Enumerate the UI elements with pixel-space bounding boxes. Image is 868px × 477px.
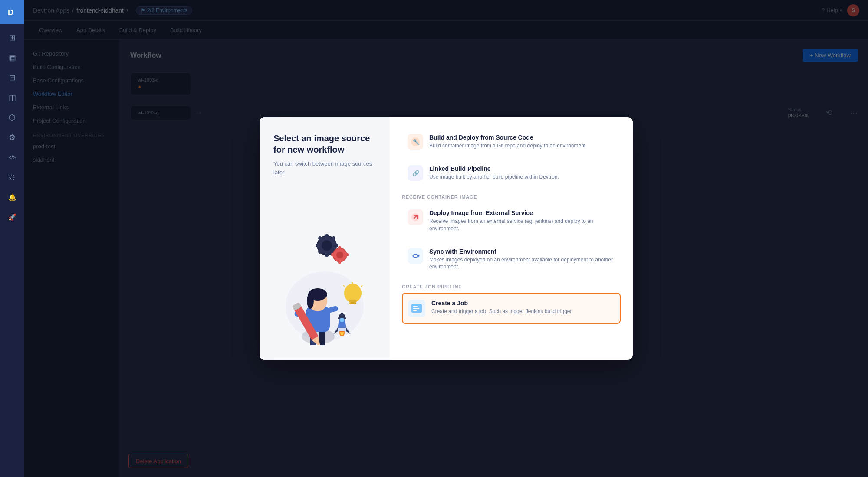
option-sync-env-desc: Makes images deployed on an environment … bbox=[429, 256, 615, 271]
sync-env-icon bbox=[408, 248, 423, 264]
layers-icon[interactable]: ◫ bbox=[3, 89, 21, 106]
create-job-pipeline-label: CREATE JOB PIPELINE bbox=[402, 284, 621, 289]
dashboard-icon[interactable]: ▦ bbox=[3, 49, 21, 66]
settings-icon[interactable]: ⚙ bbox=[3, 129, 21, 146]
svg-rect-6 bbox=[325, 252, 329, 257]
option-build-deploy-title: Build and Deploy from Source Code bbox=[429, 134, 587, 141]
receive-container-label: RECEIVE CONTAINER IMAGE bbox=[402, 194, 621, 199]
option-sync-env[interactable]: Sync with Environment Makes images deplo… bbox=[402, 242, 621, 278]
shield-icon[interactable]: ⬡ bbox=[3, 109, 21, 126]
option-sync-env-title: Sync with Environment bbox=[429, 248, 615, 255]
svg-text:D: D bbox=[8, 8, 13, 17]
option-build-deploy-desc: Build container image from a Git repo an… bbox=[429, 142, 587, 150]
modal-illustration bbox=[273, 185, 376, 350]
svg-rect-47 bbox=[413, 306, 418, 307]
modal-right-panel: 🔧 Build and Deploy from Source Code Buil… bbox=[390, 117, 633, 360]
config2-icon[interactable]: ⛭ bbox=[3, 169, 21, 186]
svg-rect-16 bbox=[338, 259, 341, 264]
svg-point-27 bbox=[307, 293, 314, 309]
modal-subtitle: You can switch between image sources lat… bbox=[273, 160, 376, 176]
deploy-icon[interactable]: 🚀 bbox=[3, 209, 21, 226]
svg-text:🔗: 🔗 bbox=[412, 170, 420, 177]
option-create-job[interactable]: Create a Job Create and trigger a job. S… bbox=[402, 293, 621, 324]
option-deploy-external-title: Deploy Image from External Service bbox=[429, 209, 615, 216]
grid-icon[interactable]: ⊟ bbox=[3, 69, 21, 86]
logo[interactable]: D bbox=[0, 0, 24, 24]
notify-icon[interactable]: 🔔 bbox=[3, 189, 21, 206]
svg-rect-15 bbox=[338, 246, 341, 251]
svg-rect-34 bbox=[349, 302, 356, 304]
option-create-job-title: Create a Job bbox=[431, 300, 572, 307]
option-linked-pipeline-title: Linked Build Pipeline bbox=[429, 165, 559, 172]
svg-rect-18 bbox=[344, 253, 349, 256]
modal: Select an image source for new workflow … bbox=[260, 117, 633, 360]
create-job-icon bbox=[408, 300, 425, 317]
code-icon[interactable]: </> bbox=[3, 149, 21, 166]
svg-marker-45 bbox=[418, 254, 420, 258]
build-deploy-icon: 🔧 bbox=[408, 134, 423, 150]
svg-rect-33 bbox=[349, 300, 357, 302]
svg-rect-5 bbox=[325, 234, 329, 239]
option-deploy-external-desc: Receive images from an external service … bbox=[429, 218, 615, 232]
svg-point-14 bbox=[336, 252, 343, 258]
svg-rect-17 bbox=[331, 253, 335, 256]
svg-point-4 bbox=[322, 240, 332, 251]
option-create-job-desc: Create and trigger a job. Such as trigge… bbox=[431, 308, 572, 315]
svg-rect-48 bbox=[413, 308, 419, 309]
option-linked-pipeline[interactable]: 🔗 Linked Build Pipeline Use image built … bbox=[402, 159, 621, 187]
svg-point-39 bbox=[340, 318, 344, 322]
modal-title: Select an image source for new workflow bbox=[273, 133, 376, 155]
svg-rect-7 bbox=[316, 244, 321, 247]
option-build-deploy[interactable]: 🔧 Build and Deploy from Source Code Buil… bbox=[402, 127, 621, 156]
deploy-external-icon bbox=[408, 209, 423, 225]
svg-rect-8 bbox=[333, 244, 338, 247]
modal-left-panel: Select an image source for new workflow … bbox=[260, 117, 390, 360]
option-linked-pipeline-desc: Use image built by another build pipelin… bbox=[429, 173, 559, 181]
svg-line-36 bbox=[361, 285, 362, 287]
linked-pipeline-icon: 🔗 bbox=[408, 165, 423, 181]
svg-text:🔧: 🔧 bbox=[413, 138, 420, 146]
option-deploy-external[interactable]: Deploy Image from External Service Recei… bbox=[402, 203, 621, 239]
sidebar: D ⊞ ▦ ⊟ ◫ ⬡ ⚙ </> ⛭ 🔔 🚀 bbox=[0, 0, 24, 477]
modal-overlay[interactable]: Select an image source for new workflow … bbox=[24, 0, 868, 477]
svg-rect-49 bbox=[413, 310, 417, 311]
apps-icon[interactable]: ⊞ bbox=[3, 29, 21, 46]
